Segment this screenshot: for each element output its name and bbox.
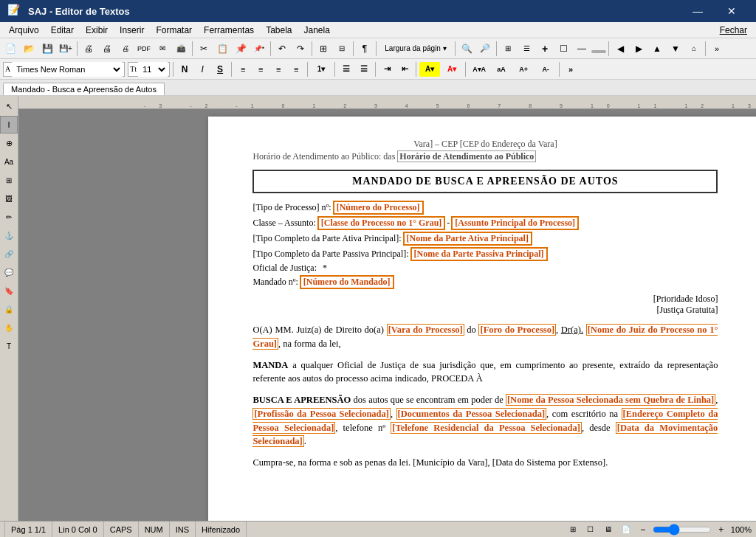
status-icon3[interactable]: 🖥 (601, 523, 616, 536)
font-size-large-button[interactable]: A▾A (469, 62, 489, 77)
plus-button[interactable]: + (536, 41, 554, 57)
prev-button[interactable]: ◀ (611, 41, 629, 57)
indent-level-button[interactable]: 1▾ (311, 62, 331, 77)
cols-button[interactable]: ☰ (518, 41, 535, 57)
zoom-slider[interactable] (653, 524, 712, 536)
hrule-button[interactable] (591, 50, 606, 53)
grid-button[interactable]: ⊞ (499, 41, 517, 57)
paste-button[interactable]: 📌 (232, 41, 250, 57)
print-button[interactable]: 🖨 (98, 41, 116, 57)
email-button[interactable]: ✉ (154, 41, 171, 57)
status-icon1[interactable]: ⊞ (566, 523, 580, 536)
tool-insert[interactable]: Aa (0, 153, 18, 170)
tool-cursor[interactable]: I (0, 116, 18, 134)
zoom-in-button[interactable]: 🔍 (458, 41, 475, 57)
pilcrow-button[interactable]: ¶ (356, 41, 374, 57)
tool-lock[interactable]: 🔒 (0, 300, 18, 318)
save-button[interactable]: 💾 (38, 41, 56, 57)
cut-button[interactable]: ✂ (195, 41, 213, 57)
tool-hand[interactable]: ✋ (0, 319, 18, 336)
zoom-in-status-button[interactable]: + (715, 523, 728, 536)
line-button[interactable]: — (573, 41, 591, 57)
redo-button[interactable]: ↷ (292, 41, 309, 57)
tool-draw[interactable]: ✏ (0, 208, 18, 226)
status-ins[interactable]: INS (170, 522, 196, 537)
toolbar-formatting: A Times New Roman Tt 11 N I S ≡ ≡ ≡ ≡ 1▾… (0, 59, 756, 80)
highlight-button[interactable]: A▾ (419, 62, 440, 77)
tool-comment[interactable]: 💬 (0, 263, 18, 281)
status-caps[interactable]: CAPS (104, 522, 139, 537)
size-selector-group: Tt 11 (128, 62, 170, 77)
open-button[interactable]: 📂 (20, 41, 38, 57)
menu-ferramentas[interactable]: Ferramentas (198, 24, 260, 37)
menu-tabela[interactable]: Tabela (260, 24, 298, 37)
menu-editar[interactable]: Editar (45, 24, 80, 37)
italic-button[interactable]: I (194, 62, 210, 77)
align-left-button[interactable]: ≡ (235, 62, 251, 77)
document-scroll[interactable]: Vara] – CEP [CEP do Endereço da Vara] Ho… (18, 109, 756, 521)
save-as-button[interactable]: 💾+ (57, 41, 75, 57)
next-button[interactable]: ▶ (630, 41, 647, 57)
format-paste-button[interactable]: 📌* (250, 41, 268, 57)
close-button[interactable]: ✕ (715, 0, 749, 22)
undo-button[interactable]: ↶ (273, 41, 291, 57)
menu-janela[interactable]: Janela (298, 24, 336, 37)
zoom-out-status-button[interactable]: − (636, 523, 650, 536)
tool-text-cursor[interactable]: T (0, 337, 18, 355)
font-size-plus-button[interactable]: A+ (513, 62, 534, 77)
menu-formatar[interactable]: Formatar (150, 24, 198, 37)
tool-anchor[interactable]: ⚓ (0, 226, 18, 244)
document-tab[interactable]: Mandado - Busca e Apreensão de Autos (3, 83, 165, 95)
zoom-out-button[interactable]: 🔎 (476, 41, 494, 57)
box-button[interactable]: ☐ (554, 41, 572, 57)
fax-button[interactable]: 📠 (172, 41, 190, 57)
tool-zoom[interactable]: ⊕ (0, 134, 18, 152)
table2-button[interactable]: ⊟ (333, 41, 351, 57)
font-size-small-button[interactable]: aA (491, 62, 512, 77)
status-icon2[interactable]: ☐ (583, 523, 598, 536)
tool-table[interactable]: ⊞ (0, 171, 18, 189)
down-button[interactable]: ▼ (667, 41, 684, 57)
align-right-button[interactable]: ≡ (270, 62, 286, 77)
align-justify-button[interactable]: ≡ (288, 62, 304, 77)
bold-button[interactable]: N (176, 62, 193, 77)
menu-arquivo[interactable]: Arquivo (3, 24, 45, 37)
font-color-button[interactable]: A▾ (441, 62, 462, 77)
field-row-mandado: Mandado nº: [Número do Mandado] (252, 275, 718, 289)
home-button[interactable]: ⌂ (685, 41, 703, 57)
table-button[interactable]: ⊞ (315, 41, 332, 57)
fmt-sep3 (307, 62, 308, 77)
menu-exibir[interactable]: Exibir (80, 24, 114, 37)
up-button[interactable]: ▲ (648, 41, 666, 57)
tool-image[interactable]: 🖼 (0, 190, 18, 207)
status-icon4[interactable]: 📄 (619, 523, 633, 536)
tool-bookmark[interactable]: 🔖 (0, 282, 18, 299)
more-format-button[interactable]: » (563, 62, 579, 77)
indent-increase-button[interactable]: ⇥ (379, 62, 395, 77)
font-size-minus-button[interactable]: A- (535, 62, 556, 77)
print2-button[interactable]: 🖨 (117, 41, 134, 57)
font-size-selector[interactable]: 11 (138, 62, 168, 77)
tool-arrow[interactable]: ↖ (0, 97, 18, 115)
tool-link[interactable]: 🔗 (0, 245, 18, 263)
list-ordered-button[interactable]: ☰ (356, 62, 372, 77)
page-width-dropdown[interactable]: Largura da págin ▾ (379, 41, 453, 57)
indent-decrease-button[interactable]: ⇤ (396, 62, 413, 77)
align-center-button[interactable]: ≡ (252, 62, 269, 77)
more-button[interactable]: » (708, 41, 726, 57)
copy-button[interactable]: 📋 (213, 41, 231, 57)
pdf-button[interactable]: PDF (135, 41, 153, 57)
status-num[interactable]: NUM (139, 522, 170, 537)
para-busca: BUSCA E APREENSÃO dos autos que se encon… (252, 393, 718, 448)
list-unordered-button[interactable]: ☰ (338, 62, 354, 77)
status-hifenizado[interactable]: Hifenizado (196, 522, 247, 537)
menu-inserir[interactable]: Inserir (114, 24, 150, 37)
new-button[interactable]: 📄 (1, 41, 19, 57)
underline-button[interactable]: S (212, 62, 228, 77)
pages-label: 1/1 (35, 525, 46, 534)
print-preview-button[interactable]: 🖨 (80, 41, 97, 57)
sep2 (192, 41, 193, 56)
fechar-button[interactable]: Fechar (714, 24, 753, 37)
minimize-button[interactable]: — (681, 0, 715, 22)
font-selector[interactable]: Times New Roman (12, 62, 123, 77)
